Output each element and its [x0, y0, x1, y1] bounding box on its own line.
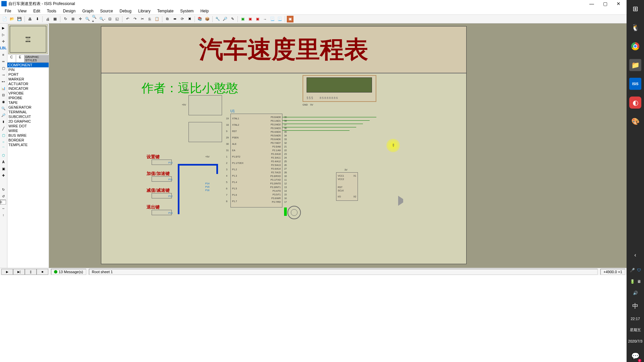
menu-edit[interactable]: Edit: [30, 8, 44, 14]
schematic-canvas[interactable]: 汽车速度里程表 作者：逗比小憨憨 §§§ 85888886 U1 XTAL119…: [49, 23, 627, 268]
tab-c[interactable]: C: [7, 55, 16, 62]
menu-view[interactable]: View: [14, 8, 30, 14]
ime-indicator[interactable]: 中: [632, 302, 638, 310]
ares-button[interactable]: 📃: [276, 16, 283, 22]
selected-wire[interactable]: [178, 164, 179, 214]
bom-button[interactable]: 📃: [269, 16, 276, 22]
path-mode-icon[interactable]: ⬡: [0, 152, 7, 158]
explorer-icon[interactable]: 📁: [629, 59, 641, 71]
new-button[interactable]: 📄: [1, 16, 8, 22]
menu-template[interactable]: Template: [154, 8, 177, 14]
button-dec[interactable]: [152, 193, 172, 198]
menu-debug[interactable]: Debug: [116, 8, 135, 14]
bus-mode-icon[interactable]: ═: [0, 58, 7, 64]
wire-tool-button[interactable]: 🔧: [214, 16, 221, 22]
wire[interactable]: [282, 117, 376, 117]
windows-start-icon[interactable]: ⊞: [629, 3, 641, 15]
rtc-chip[interactable]: VCC1 VCC2 RST SCLK I/O X1 X2 3V: [336, 172, 358, 201]
selected-wire[interactable]: [216, 164, 218, 174]
network-icon[interactable]: 🖥: [637, 279, 641, 284]
wire[interactable]: [282, 127, 356, 127]
property-button[interactable]: ✎: [229, 16, 236, 22]
script-mode-icon[interactable]: ≡: [0, 52, 7, 58]
minimize-button[interactable]: —: [585, 0, 598, 7]
menu-system[interactable]: System: [177, 8, 197, 14]
maximize-button[interactable]: ▢: [598, 0, 612, 7]
wire[interactable]: [282, 130, 350, 131]
menu-graph[interactable]: Graph: [79, 8, 97, 14]
speaker-component[interactable]: [398, 196, 407, 206]
mirror-v-icon[interactable]: ↕: [0, 212, 7, 218]
list-item[interactable]: BUS WIRE: [7, 133, 49, 138]
zoom-in-button[interactable]: 🔍+: [92, 16, 98, 22]
rotation-input[interactable]: [0, 200, 6, 204]
pin-mode-icon[interactable]: ⊷: [0, 78, 7, 84]
list-item[interactable]: ACTUATOR: [7, 81, 49, 86]
chrome-icon[interactable]: [629, 40, 641, 52]
line-mode-icon[interactable]: ╱: [0, 125, 7, 131]
selection-mode-icon[interactable]: ▶: [0, 25, 7, 31]
junction-mode-icon[interactable]: ✛: [0, 38, 7, 44]
tab-e[interactable]: E: [16, 55, 25, 62]
vprobe-mode-icon[interactable]: 🔍: [0, 105, 7, 111]
graph-mode-icon[interactable]: 📊: [0, 85, 7, 91]
rotate-ccw-icon[interactable]: ↺: [0, 193, 7, 199]
marker-mode-icon[interactable]: ✚: [0, 172, 7, 178]
clock-time[interactable]: 22:17: [631, 317, 640, 321]
print-area-button[interactable]: 🖶: [26, 16, 33, 22]
iprobe-mode-icon[interactable]: 🔎: [0, 112, 7, 118]
list-item[interactable]: SUBCIRCUIT: [7, 114, 49, 119]
list-item[interactable]: TERMINAL: [7, 110, 49, 114]
text-mode-icon[interactable]: A: [0, 159, 7, 165]
report-button[interactable]: ▣: [239, 16, 246, 22]
list-item[interactable]: BORDER: [7, 138, 49, 142]
menu-tools[interactable]: Tools: [44, 8, 60, 14]
mirror-h-icon[interactable]: ↔: [0, 205, 7, 211]
list-item[interactable]: WIRE DOT: [7, 124, 49, 128]
block-move-button[interactable]: ⬌: [171, 16, 178, 22]
list-item[interactable]: MARKER: [7, 77, 49, 81]
menu-design[interactable]: Design: [60, 8, 79, 14]
selected-wire[interactable]: [178, 164, 218, 166]
netlist-button[interactable]: ▣: [254, 16, 261, 22]
expand-icon[interactable]: ‹: [629, 249, 641, 261]
button-inc[interactable]: [152, 176, 172, 182]
stop-button[interactable]: ■: [37, 269, 48, 275]
grid-button[interactable]: ▦: [52, 16, 58, 22]
wire[interactable]: [282, 124, 363, 124]
list-item[interactable]: PORT: [7, 72, 49, 77]
rotate-cw-icon[interactable]: ↻: [0, 186, 7, 192]
origin-button[interactable]: ✛: [77, 16, 84, 22]
list-item[interactable]: 2D GRAPHIC: [7, 119, 49, 124]
object-browser[interactable]: COMPONENTPINPORTMARKERACTUATORINDICATORV…: [7, 63, 49, 268]
print-button[interactable]: 🖨: [44, 16, 51, 22]
pause-button[interactable]: ||: [25, 269, 37, 275]
isis-app-icon[interactable]: ISIS: [629, 78, 641, 90]
import-button[interactable]: ⬇: [34, 16, 41, 22]
button-exit[interactable]: [152, 210, 172, 215]
lcd-component[interactable]: §§§ 85888886: [303, 75, 376, 102]
symbol-mode-icon[interactable]: ▣: [0, 166, 7, 172]
list-item[interactable]: GENERATOR: [7, 105, 49, 110]
copy-button[interactable]: ⎘: [146, 16, 153, 22]
list-item[interactable]: VPROBE: [7, 91, 49, 96]
generator-mode-icon[interactable]: ◉: [0, 99, 7, 105]
tape-mode-icon[interactable]: ⊟: [0, 92, 7, 98]
notifications-icon[interactable]: 💬2: [629, 350, 641, 362]
message-status[interactable]: 13 Message(s): [51, 269, 86, 275]
search-button[interactable]: 🔎: [222, 16, 228, 22]
step-button[interactable]: ▶|: [13, 269, 25, 275]
terminal-mode-icon[interactable]: ⊸: [0, 72, 7, 78]
crystal-component[interactable]: [189, 95, 222, 115]
mcu-chip[interactable]: XTAL119XTAL218RST9PSEN29ALE30EA31P1.0/T2…: [230, 114, 282, 207]
component-mode-icon[interactable]: ▷: [0, 32, 7, 38]
motor-component[interactable]: [287, 206, 301, 219]
list-item[interactable]: INDICATOR: [7, 86, 49, 91]
reset-circuit[interactable]: [189, 122, 222, 142]
grid-toggle-button[interactable]: ⊞: [69, 16, 76, 22]
erc-button[interactable]: ▣: [247, 16, 254, 22]
list-item[interactable]: WIRE: [7, 128, 49, 133]
subcircuit-mode-icon[interactable]: ▢: [0, 65, 7, 71]
button-set[interactable]: [152, 160, 172, 165]
open-button[interactable]: 📂: [9, 16, 15, 22]
